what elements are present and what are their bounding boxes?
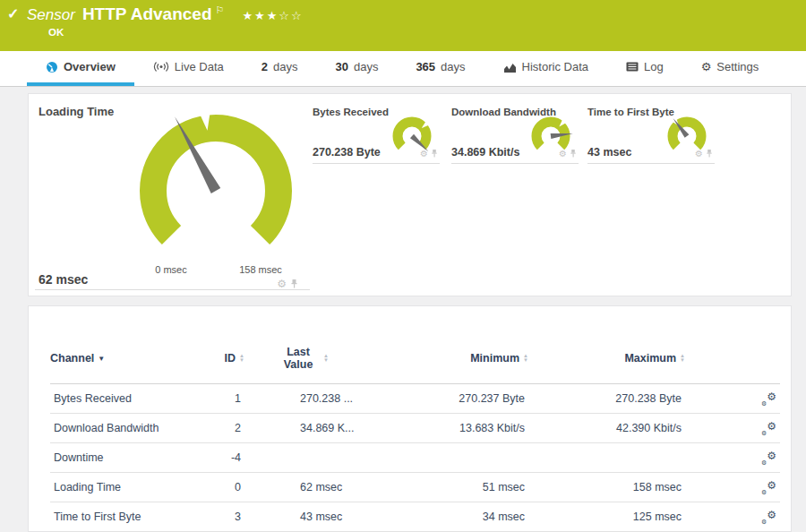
gauge-current-value: 43 msec — [587, 146, 631, 159]
status-check-icon: ✓ — [7, 5, 19, 22]
tab-label: Log — [644, 60, 664, 73]
sort-icon: ▲▼ — [323, 354, 329, 363]
channel-id: 3 — [216, 511, 244, 523]
chart-icon — [503, 62, 517, 73]
column-header-last-value[interactable]: Last Value ▲▼ — [244, 346, 361, 371]
flag-icon[interactable]: ⚐ — [216, 4, 225, 16]
pin-icon[interactable] — [431, 145, 438, 161]
gauge-title: Bytes Received — [313, 107, 389, 117]
table-row-loading-time[interactable]: Loading Time 0 62 msec 51 msec 158 msec … — [50, 473, 780, 502]
gauge-current-value: 62 msec — [39, 272, 88, 287]
minimum-value: 34 msec — [361, 511, 528, 523]
tab-30-days[interactable]: 30 days — [316, 51, 397, 86]
channel-id: 1 — [216, 392, 244, 405]
gear-icon: ⚙ — [701, 60, 712, 73]
tab-historic-data[interactable]: Historic Data — [484, 51, 607, 86]
column-header-id[interactable]: ID ▲▼ — [216, 352, 244, 365]
sort-icon: ▲▼ — [680, 354, 685, 363]
sort-desc-icon: ▼ — [98, 355, 105, 363]
channel-settings-gears-icon[interactable]: ⚙⚙ — [761, 392, 776, 406]
gauges-panel: Loading Time x̄ 0 msec 158 msec 62 msec … — [28, 93, 792, 296]
channel-id: 2 — [216, 422, 244, 434]
minimum-value: 270.237 Byte — [361, 392, 528, 405]
tab-bar: Overview Live Data 2 days 30 days 365 da… — [0, 51, 806, 87]
maximum-value: 42.390 Kbit/s — [528, 422, 685, 434]
gauge-icon — [46, 61, 58, 73]
last-value: 34.869 K... — [244, 422, 361, 434]
tab-2-days[interactable]: 2 days — [243, 51, 317, 86]
column-header-minimum[interactable]: Minimum ▲▼ — [361, 352, 528, 365]
sensor-header: ✓ Sensor HTTP Advanced ⚐ ★★★☆☆ OK — [0, 0, 806, 51]
loading-time-gauge: x̄ — [122, 101, 310, 267]
tab-label: days — [273, 60, 297, 73]
gauge-min-label: 0 msec — [144, 264, 198, 275]
tab-live-data[interactable]: Live Data — [134, 51, 243, 86]
minimum-value: 13.683 Kbit/s — [361, 422, 528, 434]
priority-stars[interactable]: ★★★☆☆ — [242, 9, 303, 22]
maximum-value: 270.238 Byte — [528, 392, 685, 405]
channel-id: -4 — [216, 451, 244, 464]
channel-name: Time to First Byte — [50, 511, 216, 523]
page-title: HTTP Advanced — [82, 4, 212, 24]
pin-icon[interactable] — [706, 145, 713, 161]
gauge-settings-gear-icon[interactable]: ⚙ — [559, 149, 567, 159]
gauge-current-value: 270.238 Byte — [313, 146, 381, 159]
maximum-value: 158 msec — [528, 481, 685, 493]
column-header-maximum[interactable]: Maximum ▲▼ — [528, 352, 685, 365]
divider — [35, 289, 310, 290]
channel-settings-gears-icon[interactable]: ⚙⚙ — [761, 422, 776, 435]
tab-number: 2 — [262, 60, 268, 73]
table-row-bytes-received[interactable]: Bytes Received 1 270.238 ... 270.237 Byt… — [50, 384, 780, 414]
mini-gauge-card-time-to-first-byte[interactable]: Time to First Byte 43 msec ⚙ — [587, 101, 715, 164]
channel-settings-gears-icon[interactable]: ⚙⚙ — [761, 511, 776, 524]
channel-settings-gears-icon[interactable]: ⚙⚙ — [761, 451, 776, 465]
channel-name: Downtime — [50, 451, 216, 464]
log-list-icon — [626, 62, 639, 72]
gauge-settings-gear-icon[interactable]: ⚙ — [277, 278, 287, 290]
tab-label: Settings — [716, 60, 759, 73]
channels-table-panel: Channel ▼ ID ▲▼ Last Value ▲▼ Minimum ▲▼… — [28, 305, 792, 532]
channel-name: Download Bandwidth — [50, 422, 216, 434]
gauge-current-value: 34.869 Kbit/s — [451, 146, 519, 159]
status-badge: OK — [48, 27, 64, 38]
maximum-value: 125 msec — [528, 511, 685, 523]
channel-name: Loading Time — [50, 481, 216, 493]
gauge-title: Loading Time — [39, 105, 114, 118]
tab-label: Live Data — [175, 60, 224, 73]
last-value: 62 msec — [244, 481, 361, 493]
gauge-settings-gear-icon[interactable]: ⚙ — [695, 149, 703, 159]
tab-number: 30 — [335, 60, 347, 73]
table-header-row: Channel ▼ ID ▲▼ Last Value ▲▼ Minimum ▲▼… — [50, 346, 780, 383]
tab-log[interactable]: Log — [607, 51, 682, 86]
table-row-time-to-first-byte[interactable]: Time to First Byte 3 43 msec 34 msec 125… — [50, 502, 780, 532]
channel-id: 0 — [216, 481, 244, 493]
table-row-downtime[interactable]: Downtime -4 ⚙⚙ — [50, 443, 780, 473]
gauge-max-label: 158 msec — [229, 264, 292, 275]
tab-settings[interactable]: ⚙ Settings — [682, 51, 778, 86]
tab-365-days[interactable]: 365 days — [397, 51, 484, 86]
mini-gauge-card-download-bandwidth[interactable]: Download Bandwidth 34.869 Kbit/s ⚙ — [451, 101, 579, 164]
tab-label: days — [441, 60, 465, 73]
column-header-channel[interactable]: Channel ▼ — [50, 352, 216, 365]
object-kind-label: Sensor — [27, 6, 75, 24]
last-value: 270.238 ... — [244, 392, 361, 405]
tab-label: Historic Data — [522, 60, 588, 73]
table-row-download-bandwidth[interactable]: Download Bandwidth 2 34.869 K... 13.683 … — [50, 414, 780, 443]
last-value: 43 msec — [244, 511, 361, 523]
tab-overview[interactable]: Overview — [27, 51, 134, 86]
channel-name: Bytes Received — [50, 392, 216, 405]
tab-number: 365 — [416, 60, 435, 73]
channels-table: Channel ▼ ID ▲▼ Last Value ▲▼ Minimum ▲▼… — [50, 346, 780, 532]
gauge-settings-gear-icon[interactable]: ⚙ — [420, 149, 428, 159]
live-signal-icon — [153, 61, 169, 73]
tab-label: Overview — [64, 60, 116, 73]
pin-icon[interactable] — [570, 145, 577, 161]
tab-label: days — [354, 60, 378, 73]
main-gauge-card-loading-time: Loading Time x̄ 0 msec 158 msec 62 msec … — [29, 94, 311, 297]
mini-gauge-card-bytes-received[interactable]: Bytes Received 270.238 Byte ⚙ — [313, 101, 440, 164]
minimum-value: 51 msec — [361, 481, 528, 493]
channel-settings-gears-icon[interactable]: ⚙⚙ — [761, 481, 776, 494]
